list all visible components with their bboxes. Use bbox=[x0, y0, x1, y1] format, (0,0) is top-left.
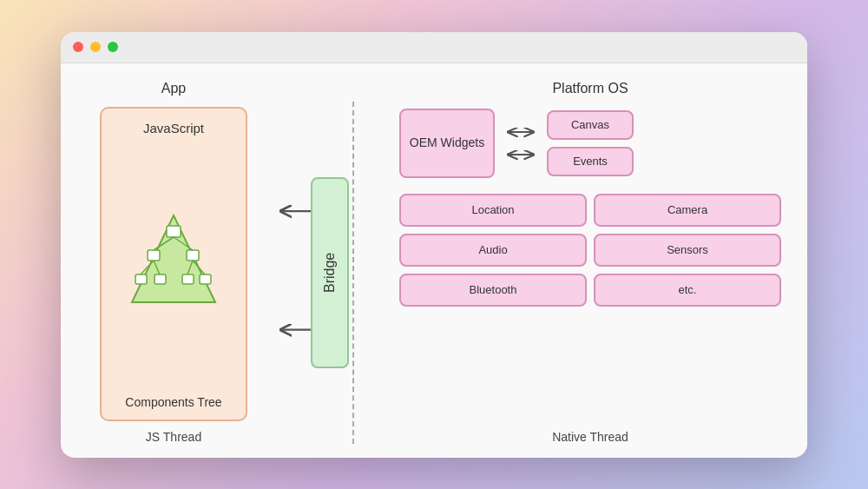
apis-panel: Location Camera Audio Sensors Bluetooth bbox=[399, 194, 781, 307]
maximize-button[interactable] bbox=[108, 42, 118, 52]
dashed-divider bbox=[352, 102, 354, 444]
bridge-section: Bridge bbox=[260, 81, 399, 444]
bluetooth-label: Bluetooth bbox=[470, 283, 517, 296]
api-sensors: Sensors bbox=[594, 234, 781, 267]
app-section-label: App bbox=[161, 81, 186, 96]
app-section: App JavaScript bbox=[87, 81, 260, 444]
oem-arrows bbox=[505, 113, 536, 174]
sensors-label: Sensors bbox=[667, 243, 708, 256]
tree-area bbox=[122, 142, 226, 388]
minimize-button[interactable] bbox=[90, 42, 101, 52]
oem-side-arrows-svg bbox=[505, 113, 536, 174]
main-window: App JavaScript bbox=[61, 32, 807, 458]
svg-rect-7 bbox=[155, 274, 166, 284]
svg-rect-3 bbox=[187, 250, 199, 261]
camera-label: Camera bbox=[667, 203, 707, 216]
platform-os-label: Platform OS bbox=[399, 81, 781, 96]
oem-panel: OEM Widgets bbox=[399, 109, 781, 178]
right-panels: OEM Widgets bbox=[399, 109, 781, 421]
audio-label: Audio bbox=[478, 243, 507, 256]
titlebar bbox=[61, 32, 807, 63]
bridge-label: Bridge bbox=[322, 252, 338, 292]
platform-os-section: Platform OS OEM Widgets bbox=[399, 81, 781, 444]
svg-rect-9 bbox=[200, 274, 211, 284]
api-camera: Camera bbox=[594, 194, 781, 227]
oem-side-boxes: Canvas Events bbox=[547, 110, 634, 176]
oem-widgets-box: OEM Widgets bbox=[399, 109, 495, 178]
js-thread-label: JS Thread bbox=[146, 430, 201, 444]
api-audio: Audio bbox=[399, 234, 587, 267]
app-box: JavaScript bbox=[100, 107, 247, 421]
svg-rect-6 bbox=[135, 274, 147, 284]
canvas-box: Canvas bbox=[547, 110, 634, 140]
etc-label: etc. bbox=[679, 283, 697, 296]
component-tree-svg bbox=[122, 208, 226, 321]
diagram-content: App JavaScript bbox=[61, 63, 807, 458]
svg-rect-8 bbox=[182, 274, 194, 284]
oem-widgets-label: OEM Widgets bbox=[410, 135, 484, 150]
svg-rect-1 bbox=[167, 226, 181, 237]
svg-rect-2 bbox=[148, 250, 160, 261]
javascript-label: JavaScript bbox=[143, 121, 204, 135]
events-box: Events bbox=[547, 147, 634, 176]
close-button[interactable] bbox=[73, 42, 83, 52]
api-bluetooth: Bluetooth bbox=[399, 274, 587, 307]
location-label: Location bbox=[471, 203, 514, 216]
bridge-box: Bridge bbox=[311, 177, 349, 368]
api-etc: etc. bbox=[594, 274, 781, 307]
apis-grid: Location Camera Audio Sensors Bluetooth bbox=[399, 194, 781, 307]
native-thread-label: Native Thread bbox=[399, 430, 781, 444]
api-location: Location bbox=[399, 194, 587, 227]
components-tree-label: Components Tree bbox=[125, 394, 221, 410]
